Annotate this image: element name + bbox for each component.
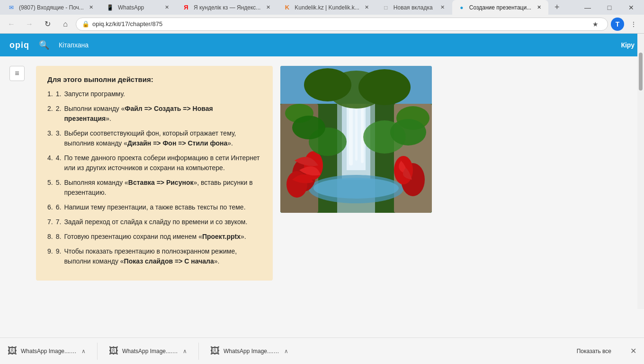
- maximize-button[interactable]: □: [599, 0, 620, 15]
- address-icons: ★: [589, 18, 602, 31]
- item-text: Чтобы показать презентацию в полноэкранн…: [64, 246, 261, 266]
- main-content: Для этого выполни действия: 1. Запусти п…: [36, 66, 273, 281]
- extensions-button[interactable]: ⋮: [627, 18, 640, 31]
- download-item-3[interactable]: 🖼 WhatsApp Image....jpeg ∧: [210, 346, 288, 356]
- svg-point-26: [358, 69, 411, 105]
- list-item: 5. Выполняя команду «Вставка => Рисунок»…: [47, 178, 261, 198]
- opiq-favicon: ●: [458, 4, 465, 11]
- image-panel: [280, 66, 432, 281]
- home-button[interactable]: ⌂: [58, 17, 73, 32]
- browser-frame: ✉ (9807) Входящие - Поч... ✕ 📱 WhatsApp …: [0, 0, 644, 364]
- tab-kundelik[interactable]: K Kundelik.kz | Kundelik.k... ✕: [277, 0, 376, 15]
- bookmark-icon[interactable]: ★: [589, 18, 602, 31]
- search-icon[interactable]: 🔍: [39, 40, 49, 50]
- tab-whatsapp-close[interactable]: ✕: [163, 4, 171, 11]
- forward-button[interactable]: →: [22, 17, 37, 32]
- mail-favicon: ✉: [8, 4, 15, 11]
- item-text: Готовую презентацию сохрани под именем «…: [64, 232, 246, 242]
- svg-point-21: [292, 116, 325, 139]
- list-item: 7. Задай переход от слайда к слайду по в…: [47, 217, 261, 227]
- tab-yandex-close[interactable]: ✕: [264, 4, 272, 11]
- tab-new[interactable]: □ Новая вкладка ✕: [376, 0, 452, 15]
- item-text: Напиши тему презентации, а также вставь …: [64, 202, 245, 212]
- download-file-icon-3: 🖼: [210, 346, 220, 356]
- back-button[interactable]: ←: [4, 17, 19, 32]
- tab-kundelik-title: Kundelik.kz | Kundelik.k...: [295, 4, 359, 11]
- item-text: Задай переход от слайда к слайду по врем…: [64, 217, 247, 227]
- whatsapp-favicon: 📱: [107, 4, 114, 11]
- scrollbar-thumb[interactable]: [639, 53, 643, 91]
- item-number: 2.: [56, 104, 62, 124]
- item-number: 8.: [56, 232, 62, 242]
- list-item: 8. Готовую презентацию сохрани под имене…: [47, 232, 261, 242]
- tab-opiq-title: Создание презентаци...: [469, 4, 531, 11]
- page-area: opiq 🔍 Кітапхана Кіру ≡ Для этого выполн…: [0, 34, 644, 337]
- item-number: 7.: [56, 217, 62, 227]
- download-item-1[interactable]: 🖼 WhatsApp Image....jpeg ∧: [8, 346, 86, 356]
- list-item: 6. Напиши тему презентации, а также вста…: [47, 202, 261, 212]
- list-item: 1. Запусти программу.: [47, 89, 261, 99]
- item-number: 5.: [56, 178, 62, 198]
- download-divider-2: [198, 343, 199, 360]
- opiq-logo: opiq: [9, 40, 29, 50]
- tab-new-close[interactable]: ✕: [439, 4, 447, 11]
- download-label-2: WhatsApp Image....jpeg: [122, 348, 179, 355]
- tab-mail-close[interactable]: ✕: [88, 4, 95, 11]
- item-text: Выполняя команду «Вставка => Рисунок», в…: [64, 178, 261, 198]
- opiq-navbar: opiq 🔍 Кітапхана Кіру: [0, 34, 644, 56]
- item-text: Запусти программу.: [64, 89, 125, 99]
- tab-opiq[interactable]: ● Создание презентаци... ✕: [452, 0, 548, 15]
- tab-yandex[interactable]: Я Я кунделік кз — Яндекс... ✕: [177, 0, 277, 15]
- download-bar: 🖼 WhatsApp Image....jpeg ∧ 🖼 WhatsApp Im…: [0, 337, 644, 364]
- sidebar-toggle: ≡: [9, 66, 28, 281]
- download-chevron-3[interactable]: ∧: [284, 348, 288, 355]
- yandex-favicon: Я: [182, 4, 190, 11]
- address-text: opiq.kz/kit/17/chapter/875: [92, 20, 162, 27]
- svg-point-13: [313, 178, 399, 199]
- show-all-button[interactable]: Показать все: [573, 346, 615, 356]
- profile-button[interactable]: T: [611, 18, 624, 31]
- download-label-1: WhatsApp Image....jpeg: [21, 348, 78, 355]
- item-text: Выполни команду «Файл => Создать => Нова…: [64, 104, 261, 124]
- window-controls: — □ ✕: [577, 0, 642, 15]
- tab-mail-title: (9807) Входящие - Поч...: [19, 4, 84, 11]
- list-item: 9. Чтобы показать презентацию в полноэкр…: [47, 246, 261, 266]
- tab-whatsapp-title: WhatsApp: [118, 4, 160, 11]
- download-item-2[interactable]: 🖼 WhatsApp Image....jpeg ∧: [109, 346, 187, 356]
- library-link[interactable]: Кітапхана: [59, 41, 89, 49]
- tab-yandex-title: Я кунделік кз — Яндекс...: [194, 4, 260, 11]
- waterfall-image: [280, 66, 432, 213]
- item-text: Выбери соответствующий фон, который отра…: [64, 128, 261, 148]
- download-file-icon-2: 🖼: [109, 346, 118, 356]
- download-file-icon-1: 🖼: [8, 346, 17, 356]
- content-wrapper: ≡ Для этого выполни действия: 1. Запусти…: [0, 56, 644, 290]
- download-chevron-2[interactable]: ∧: [183, 348, 187, 355]
- login-link[interactable]: Кіру: [621, 41, 635, 49]
- svg-point-22: [390, 119, 426, 146]
- scrollbar[interactable]: [637, 34, 644, 309]
- address-bar: ← → ↻ ⌂ 🔒 opiq.kz/kit/17/chapter/875 ★ T…: [0, 15, 644, 34]
- tab-new-title: Новая вкладка: [394, 4, 435, 11]
- new-tab-favicon: □: [382, 4, 390, 11]
- minimize-button[interactable]: —: [577, 0, 599, 15]
- download-chevron-1[interactable]: ∧: [81, 348, 86, 355]
- new-tab-button[interactable]: +: [550, 1, 564, 14]
- reload-button[interactable]: ↻: [40, 17, 55, 32]
- download-bar-close[interactable]: ✕: [630, 346, 636, 355]
- close-button[interactable]: ✕: [620, 0, 642, 15]
- item-number: 1.: [56, 89, 62, 99]
- tab-mail[interactable]: ✉ (9807) Входящие - Поч... ✕: [2, 0, 101, 15]
- address-input[interactable]: 🔒 opiq.kz/kit/17/chapter/875 ★: [76, 18, 608, 31]
- tab-whatsapp[interactable]: 📱 WhatsApp ✕: [101, 0, 177, 15]
- tab-kundelik-close[interactable]: ✕: [363, 4, 371, 11]
- item-number: 6.: [56, 202, 62, 212]
- list-item: 3. Выбери соответствующий фон, который о…: [47, 128, 261, 148]
- tab-opiq-close[interactable]: ✕: [535, 4, 543, 11]
- list-item: 2. Выполни команду «Файл => Создать => Н…: [47, 104, 261, 124]
- browser-page: opiq 🔍 Кітапхана Кіру ≡ Для этого выполн…: [0, 34, 644, 337]
- toggle-button[interactable]: ≡: [9, 66, 25, 81]
- svg-point-25: [304, 68, 351, 101]
- instructions-list: 1. Запусти программу. 2. Выполни команду…: [47, 89, 261, 266]
- title-bar: ✉ (9807) Входящие - Поч... ✕ 📱 WhatsApp …: [0, 0, 644, 15]
- item-number: 4.: [56, 153, 62, 173]
